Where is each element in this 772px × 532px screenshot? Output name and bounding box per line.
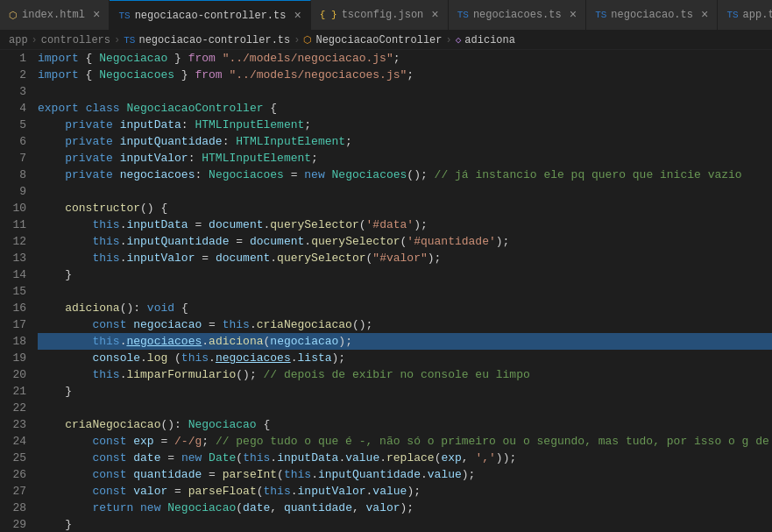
tab-negociacao-controller[interactable]: TS negociacao-controller.ts ×: [110, 0, 310, 31]
breadcrumb-sep-1: ›: [32, 34, 38, 46]
code-line-27: const valor = parseFloat(this.inputValor…: [38, 483, 772, 500]
code-line-3: [38, 83, 772, 100]
ln-5: 5: [9, 117, 26, 133]
code-line-5: private inputData: HTMLInputElement;: [38, 117, 772, 133]
code-line-24: const exp = /-/g; // pego tudo o que é -…: [38, 433, 772, 450]
code-line-16: adiciona(): void {: [38, 300, 772, 316]
tab-label-index: index.html: [22, 9, 85, 21]
breadcrumb-ts-icon: TS: [124, 35, 135, 46]
ln-22: 22: [9, 400, 26, 416]
ln-12: 12: [9, 233, 26, 250]
code-line-29: }: [38, 516, 772, 532]
tab-label-negociacoes: negociacoes.ts: [473, 9, 562, 21]
ln-28: 28: [9, 500, 26, 516]
code-line-18: this.negociacoes.adiciona(negociacao);: [38, 333, 772, 350]
ln-19: 19: [9, 350, 26, 366]
breadcrumb-app: app: [9, 34, 28, 46]
ln-9: 9: [9, 183, 26, 200]
tab-close-negociacao-controller[interactable]: ×: [294, 10, 301, 22]
code-line-26: const quantidade = parseInt(this.inputQu…: [38, 466, 772, 483]
tab-close-negociacao[interactable]: ×: [701, 9, 708, 21]
ln-21: 21: [9, 383, 26, 400]
ts-icon-2: TS: [457, 10, 469, 20]
code-line-17: const negociacao = this.criaNegociacao()…: [38, 316, 772, 333]
code-line-28: return new Negociacao(date, quantidade, …: [38, 500, 772, 516]
breadcrumb-class: NegociacaoController: [315, 34, 442, 46]
ln-23: 23: [9, 416, 26, 433]
ln-16: 16: [9, 300, 26, 316]
tab-app[interactable]: TS app.ts ×: [718, 0, 772, 31]
code-line-6: private inputQuantidade: HTMLInputElemen…: [38, 133, 772, 150]
ln-24: 24: [9, 433, 26, 450]
ln-18: 18: [9, 333, 26, 350]
tab-label-tsconfig: tsconfig.json: [342, 9, 424, 21]
breadcrumb-sep-2: ›: [114, 34, 120, 46]
breadcrumb: app › controllers › TS negociacao-contro…: [0, 31, 772, 50]
tab-label-app: app.ts: [743, 9, 772, 21]
code-line-20: this.limparFormulario(); // depois de ex…: [38, 366, 772, 383]
tab-negociacoes[interactable]: TS negociacoes.ts ×: [449, 0, 586, 31]
ln-25: 25: [9, 450, 26, 466]
editor: 1 2 3 4 5 6 7 8 9 10 11 12 13 14 15 16 1…: [0, 50, 772, 532]
tab-label-negociacao: negociacao.ts: [611, 9, 693, 21]
ln-15: 15: [9, 283, 26, 300]
code-line-13: this.inputValor = document.querySelector…: [38, 250, 772, 266]
ln-3: 3: [9, 83, 26, 100]
ln-20: 20: [9, 366, 26, 383]
ln-2: 2: [9, 67, 26, 83]
ln-13: 13: [9, 250, 26, 266]
code-line-11: this.inputData = document.querySelector(…: [38, 216, 772, 233]
code-line-14: }: [38, 266, 772, 283]
tab-close-negociacoes[interactable]: ×: [570, 9, 577, 21]
ln-11: 11: [9, 216, 26, 233]
breadcrumb-controllers: controllers: [41, 34, 110, 46]
breadcrumb-sep-3: ›: [294, 34, 300, 46]
breadcrumb-method-icon: ◇: [456, 34, 462, 46]
ln-6: 6: [9, 133, 26, 150]
html-icon: ⬡: [9, 10, 18, 21]
ts-icon-3: TS: [595, 10, 606, 20]
tab-negociacao[interactable]: TS negociacao.ts ×: [586, 0, 718, 31]
ln-17: 17: [9, 316, 26, 333]
ln-7: 7: [9, 150, 26, 167]
code-line-12: this.inputQuantidade = document.querySel…: [38, 233, 772, 250]
tab-index[interactable]: ⬡ index.html ×: [0, 0, 110, 31]
code-line-21: }: [38, 383, 772, 400]
tab-close-tsconfig[interactable]: ×: [431, 9, 438, 21]
breadcrumb-filename: negociacao-controller.ts: [138, 34, 290, 46]
tab-tsconfig[interactable]: { } tsconfig.json ×: [311, 0, 449, 31]
code-line-23: criaNegociacao(): Negociacao {: [38, 416, 772, 433]
code-line-2: import { Negociacoes } from "../models/n…: [38, 67, 772, 83]
ln-4: 4: [9, 100, 26, 117]
tab-close-index[interactable]: ×: [93, 9, 100, 21]
breadcrumb-sep-4: ›: [446, 34, 452, 46]
code-line-4: export class NegociacaoController {: [38, 100, 772, 117]
ln-1: 1: [9, 50, 26, 67]
ts-icon-4: TS: [726, 10, 738, 20]
code-line-9: [38, 183, 772, 200]
code-line-7: private inputValor: HTMLInputElement;: [38, 150, 772, 167]
code-line-19: console.log (this.negociacoes.lista);: [38, 350, 772, 366]
ln-27: 27: [9, 483, 26, 500]
ln-10: 10: [9, 200, 26, 216]
tab-label-negociacao-controller: negociacao-controller.ts: [135, 10, 287, 22]
code-line-8: private negociacoes: Negociacoes = new N…: [38, 167, 772, 183]
ln-26: 26: [9, 466, 26, 483]
code-container: 1 2 3 4 5 6 7 8 9 10 11 12 13 14 15 16 1…: [0, 50, 772, 532]
code-line-15: [38, 283, 772, 300]
ts-icon-1: TS: [118, 11, 130, 21]
breadcrumb-method: adiciona: [464, 34, 515, 46]
ln-14: 14: [9, 266, 26, 283]
ln-8: 8: [9, 167, 26, 183]
code-line-25: const date = new Date(this.inputData.val…: [38, 450, 772, 466]
code-line-22: [38, 400, 772, 416]
ln-29: 29: [9, 516, 26, 532]
breadcrumb-class-icon: ⬡: [303, 34, 312, 46]
json-icon: { }: [320, 10, 337, 20]
code-area[interactable]: import { Negociacao } from "../models/ne…: [33, 50, 772, 532]
tab-bar: ⬡ index.html × TS negociacao-controller.…: [0, 0, 772, 31]
code-line-10: constructor() {: [38, 200, 772, 216]
code-line-1: import { Negociacao } from "../models/ne…: [38, 50, 772, 67]
line-numbers: 1 2 3 4 5 6 7 8 9 10 11 12 13 14 15 16 1…: [0, 50, 33, 532]
